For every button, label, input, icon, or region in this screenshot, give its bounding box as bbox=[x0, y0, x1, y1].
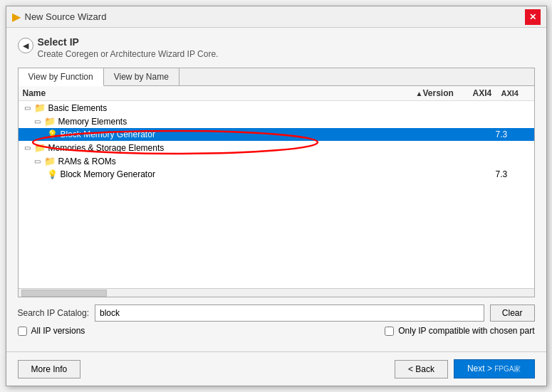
only-compatible-checkbox[interactable] bbox=[385, 327, 394, 336]
watermark: FPGA家 bbox=[494, 365, 521, 373]
tree-item-label: Block Memory Generator bbox=[61, 129, 496, 139]
only-compatible-label: Only IP compatible with chosen part bbox=[398, 326, 534, 336]
item-icon-bulb: 💡 bbox=[47, 129, 58, 139]
titlebar-left: ▶ New Source Wizard bbox=[12, 10, 107, 23]
axi4-column-header: AXI4 bbox=[473, 88, 501, 98]
search-row: Search IP Catalog: Clear bbox=[18, 304, 535, 322]
next-button[interactable]: Next > FPGA家 bbox=[454, 359, 535, 378]
footer-left: More Info bbox=[18, 360, 81, 378]
toggle-basic-elements[interactable]: ▭ bbox=[24, 104, 34, 112]
tree-item-label: Memories & Storage Elements bbox=[48, 143, 531, 153]
axi4b-column-header: AXI4 bbox=[501, 89, 530, 97]
item-icon-bulb: 💡 bbox=[47, 169, 58, 179]
tree-row-block-memory-1[interactable]: 💡 Block Memory Generator 7.3 bbox=[19, 128, 534, 141]
only-compatible-group: Only IP compatible with chosen part bbox=[385, 326, 534, 336]
tree-item-label: RAMs & ROMs bbox=[58, 157, 531, 166]
tree-row-block-memory-2[interactable]: 💡 Block Memory Generator 7.3 bbox=[19, 168, 534, 181]
tree-row-basic-elements[interactable]: ▭ 📁 Basic Elements bbox=[19, 101, 534, 115]
search-input[interactable] bbox=[95, 304, 484, 322]
page-subtitle: Create Coregen or Architecture Wizard IP… bbox=[38, 49, 219, 59]
toggle-memory-elements[interactable]: ▭ bbox=[34, 117, 44, 125]
main-content: ◀ Select IP Create Coregen or Architectu… bbox=[6, 28, 546, 351]
tree-item-version: 7.3 bbox=[496, 129, 531, 139]
ip-catalog-panel: View by Function View by Name Name ▲ Ver… bbox=[18, 68, 535, 297]
tree-column-header: Name ▲ Version AXI4 AXI4 bbox=[19, 86, 534, 101]
titlebar: ▶ New Source Wizard ✕ bbox=[6, 6, 546, 28]
all-ip-versions-group: All IP versions bbox=[18, 326, 85, 336]
all-ip-versions-label: All IP versions bbox=[31, 326, 85, 336]
header-section: ◀ Select IP Create Coregen or Architectu… bbox=[18, 36, 535, 59]
folder-icon: 📁 bbox=[44, 156, 56, 166]
back-button[interactable]: < Back bbox=[395, 360, 448, 378]
page-title: Select IP bbox=[38, 36, 219, 48]
tree-scroll-area[interactable]: ▭ 📁 Basic Elements ▭ 📁 Memory Elements bbox=[19, 101, 534, 288]
footer-right: < Back Next > FPGA家 bbox=[395, 359, 535, 378]
next-label: Next > bbox=[467, 364, 492, 374]
all-ip-versions-checkbox[interactable] bbox=[18, 327, 27, 336]
close-button[interactable]: ✕ bbox=[525, 9, 541, 25]
tree-item-label: Memory Elements bbox=[58, 117, 531, 127]
back-circle-button[interactable]: ◀ bbox=[18, 38, 33, 53]
version-column-header: Version bbox=[423, 88, 473, 98]
tabs-bar: View by Function View by Name bbox=[19, 68, 534, 86]
tab-view-by-name[interactable]: View by Name bbox=[104, 68, 179, 85]
tab-content: Name ▲ Version AXI4 AXI4 ▭ 📁 Basic Ele bbox=[19, 86, 534, 297]
footer: More Info < Back Next > FPGA家 bbox=[6, 351, 546, 386]
tree-item-version: 7.3 bbox=[496, 169, 531, 179]
main-window: ▶ New Source Wizard ✕ ◀ Select IP Create… bbox=[6, 6, 547, 386]
tab-view-by-function[interactable]: View by Function bbox=[19, 68, 104, 86]
horizontal-scrollbar[interactable] bbox=[19, 288, 534, 297]
scrollbar-thumb[interactable] bbox=[21, 290, 107, 297]
toggle-rams-roms[interactable]: ▭ bbox=[34, 157, 44, 165]
header-text: Select IP Create Coregen or Architecture… bbox=[38, 36, 219, 59]
more-info-button[interactable]: More Info bbox=[18, 360, 81, 378]
clear-button[interactable]: Clear bbox=[490, 304, 535, 322]
tree-row-rams-roms[interactable]: ▭ 📁 RAMs & ROMs bbox=[19, 154, 534, 168]
folder-icon: 📁 bbox=[34, 102, 46, 113]
folder-icon: 📁 bbox=[44, 116, 56, 127]
window-title: New Source Wizard bbox=[25, 11, 107, 22]
folder-icon: 📁 bbox=[34, 142, 46, 153]
search-label: Search IP Catalog: bbox=[18, 308, 90, 318]
tree-row-memory-elements[interactable]: ▭ 📁 Memory Elements bbox=[19, 115, 534, 128]
tree-item-label: Basic Elements bbox=[48, 103, 531, 113]
toggle-memories-storage[interactable]: ▭ bbox=[24, 144, 34, 152]
name-column-header: Name bbox=[23, 88, 413, 98]
tree-row-memories-storage[interactable]: ▭ 📁 Memories & Storage Elements bbox=[19, 141, 534, 154]
app-icon: ▶ bbox=[12, 10, 21, 23]
checkbox-row: All IP versions Only IP compatible with … bbox=[18, 326, 535, 336]
sort-icon: ▲ bbox=[416, 90, 423, 97]
tree-item-label: Block Memory Generator bbox=[61, 169, 496, 179]
